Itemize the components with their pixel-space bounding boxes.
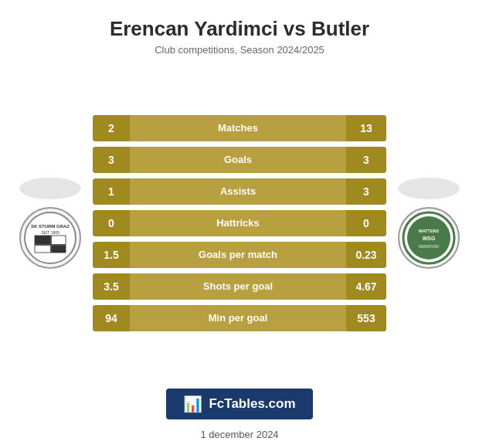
page-title: Erencan Yardimci vs Butler	[110, 17, 369, 41]
stat-left-value: 2	[93, 115, 130, 141]
svg-rect-7	[35, 244, 66, 246]
stat-row: 94Min per goal553	[93, 305, 386, 331]
stat-row: 3Goals3	[93, 147, 386, 173]
stat-label: Hattricks	[130, 217, 346, 229]
subtitle: Club competitions, Season 2024/2025	[155, 44, 324, 56]
svg-text:SK STURM GRAZ: SK STURM GRAZ	[31, 224, 70, 229]
right-team-logo: WATTENS WSG SWAROVSKI	[386, 178, 471, 269]
svg-text:WSG: WSG	[423, 236, 436, 241]
stat-row: 2Matches13	[93, 115, 386, 141]
stat-left-value: 1	[93, 178, 130, 205]
stat-right-value: 3	[346, 147, 386, 173]
stat-right-value: 0	[346, 210, 386, 236]
stat-label: Goals per match	[130, 249, 346, 260]
stat-right-value: 0.23	[346, 242, 386, 268]
svg-text:SEIT 1909: SEIT 1909	[41, 230, 59, 235]
stat-left-value: 94	[93, 305, 130, 331]
stat-label: Goals	[130, 154, 346, 165]
stat-row: 1Assists3	[93, 178, 386, 205]
svg-rect-4	[35, 236, 50, 244]
brand-text: FcTables.com	[209, 396, 295, 412]
brand-box: 📊 FcTables.com	[166, 389, 312, 419]
date-text: 1 december 2024	[200, 429, 278, 440]
stat-row: 1.5Goals per match0.23	[93, 242, 386, 268]
stats-container: 2Matches133Goals31Assists30Hattricks01.5…	[93, 115, 386, 331]
stat-right-value: 3	[346, 178, 386, 205]
brand-icon: 📊	[183, 395, 202, 413]
stat-label: Shots per goal	[130, 280, 346, 292]
stat-row: 3.5Shots per goal4.67	[93, 273, 386, 300]
svg-text:WATTENS: WATTENS	[419, 229, 440, 233]
left-team-logo: SK STURM GRAZ SEIT 1909	[8, 178, 93, 269]
stat-right-value: 4.67	[346, 273, 386, 300]
svg-text:SWAROVSKI: SWAROVSKI	[418, 245, 439, 249]
stat-left-value: 0	[93, 210, 130, 236]
stat-right-value: 13	[346, 115, 386, 141]
stat-row: 0Hattricks0	[93, 210, 386, 236]
stat-label: Matches	[130, 122, 346, 134]
stat-left-value: 3.5	[93, 273, 130, 300]
stat-right-value: 553	[346, 305, 386, 331]
stat-left-value: 3	[93, 147, 130, 173]
stat-label: Min per goal	[130, 312, 346, 324]
stat-label: Assists	[130, 185, 346, 197]
stat-left-value: 1.5	[93, 242, 130, 268]
